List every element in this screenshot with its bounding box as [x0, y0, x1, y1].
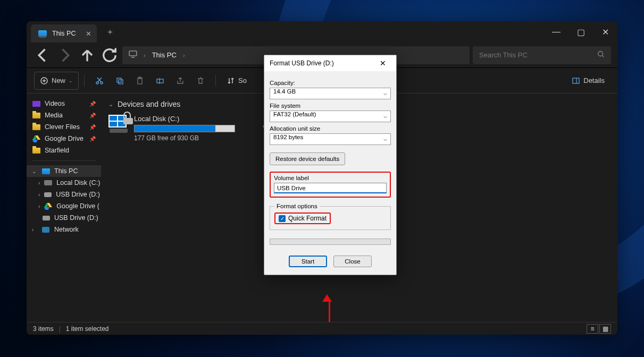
up-button[interactable]: [78, 46, 97, 65]
breadcrumb-label[interactable]: This PC: [152, 51, 177, 59]
filesystem-select[interactable]: FAT32 (Default): [270, 110, 391, 122]
copy-button[interactable]: [110, 72, 129, 90]
quick-format-checkbox[interactable]: ✓: [279, 215, 286, 222]
drive-usage-bar: [134, 125, 235, 132]
close-icon[interactable]: ✕: [375, 59, 391, 67]
expander-icon[interactable]: ›: [32, 227, 37, 233]
view-list-button[interactable]: ≡: [587, 324, 598, 334]
sort-button[interactable]: So: [221, 72, 252, 90]
forward-button[interactable]: [55, 46, 74, 65]
drive-name: Local Disk (C:): [134, 115, 235, 123]
navigation-pane: Videos📌Media📌Clever Files📌Google Drive📌S…: [27, 94, 101, 322]
expander-icon[interactable]: ›: [38, 192, 40, 198]
monitor-icon: [129, 50, 137, 60]
svg-rect-10: [573, 78, 579, 83]
close-window-button[interactable]: ✕: [593, 21, 617, 42]
status-item-count: 3 items: [33, 325, 54, 333]
expander-icon[interactable]: ›: [38, 203, 40, 209]
tree-item-usb-drive-d-[interactable]: ›USB Drive (D:): [27, 189, 101, 200]
tab-title: This PC: [52, 30, 76, 37]
folder-icon: [32, 112, 40, 119]
chevron-right-icon: ›: [144, 52, 146, 58]
usb-icon: [44, 191, 52, 198]
pin-icon: 📌: [89, 113, 96, 118]
start-button[interactable]: Start: [289, 256, 327, 267]
quick-format-highlight: ✓ Quick Format: [274, 212, 331, 224]
gdrive-icon: [32, 135, 40, 142]
vid-icon: [32, 100, 40, 107]
svg-point-3: [96, 82, 98, 84]
new-button[interactable]: New ⌄: [34, 72, 79, 90]
svg-rect-9: [157, 79, 163, 83]
expander-icon[interactable]: ›: [38, 180, 40, 186]
filesystem-label: File system: [270, 103, 391, 109]
rename-button[interactable]: [150, 72, 170, 90]
tree-item-local-disk-c-[interactable]: ›Local Disk (C:): [27, 177, 101, 189]
svg-point-4: [101, 82, 103, 84]
progress-bar: [270, 239, 391, 245]
svg-rect-6: [119, 80, 123, 84]
sidebar-item-google-drive[interactable]: Google Drive📌: [27, 133, 101, 144]
volume-label-input[interactable]: [274, 183, 387, 193]
thispc-icon: [41, 167, 50, 175]
quick-format-label: Quick Format: [288, 215, 327, 222]
status-selected: 1 item selected: [66, 325, 109, 333]
format-dialog: Format USB Drive (D:) ✕ Capacity: 14.4 G…: [264, 55, 397, 275]
drive-icon: [108, 115, 129, 133]
expander-icon[interactable]: ⌄: [32, 168, 37, 174]
paste-button[interactable]: [130, 72, 149, 90]
search-icon: [597, 50, 605, 60]
volume-label-highlight: Volume label: [270, 172, 391, 198]
view-grid-button[interactable]: ▦: [599, 324, 611, 334]
minimize-button[interactable]: —: [544, 21, 568, 42]
gdrive-icon: [44, 202, 52, 210]
tree-item-this-pc[interactable]: ⌄This PC: [27, 165, 101, 177]
sidebar-item-videos[interactable]: Videos📌: [27, 98, 101, 109]
share-button[interactable]: [171, 72, 190, 90]
search-box[interactable]: [473, 46, 611, 64]
maximize-button[interactable]: ▢: [568, 21, 593, 42]
folder-icon: [32, 123, 40, 131]
folder-icon: [32, 147, 40, 154]
dialog-title: Format USB Drive (D:): [270, 60, 334, 67]
cut-button[interactable]: [90, 72, 109, 90]
restore-defaults-button[interactable]: Restore device defaults: [270, 152, 345, 165]
close-tab-icon[interactable]: ✕: [86, 30, 91, 38]
allocation-select[interactable]: 8192 bytes: [270, 133, 391, 145]
volume-label-label: Volume label: [274, 175, 387, 181]
sidebar-item-media[interactable]: Media📌: [27, 109, 101, 121]
svg-rect-0: [129, 51, 137, 56]
chevron-down-icon: ⌄: [108, 101, 113, 108]
tree-item-google-drive-[interactable]: ›Google Drive (: [27, 200, 101, 212]
capacity-select[interactable]: 14.4 GB: [270, 88, 391, 99]
tab-this-pc[interactable]: This PC ✕: [31, 24, 97, 42]
refresh-button[interactable]: [100, 46, 119, 65]
title-bar: This PC ✕ ＋ — ▢ ✕: [27, 21, 617, 42]
close-button[interactable]: Close: [333, 256, 372, 267]
chevron-right-icon: ›: [183, 52, 185, 58]
dialog-title-bar[interactable]: Format USB Drive (D:) ✕: [264, 55, 396, 71]
format-options-group: Format options ✓ Quick Format: [270, 203, 391, 230]
back-button[interactable]: [33, 46, 52, 65]
sidebar-item-clever-files[interactable]: Clever Files📌: [27, 121, 101, 133]
status-bar: 3 items | 1 item selected ≡ ▦: [27, 322, 617, 335]
drive-local-disk-c-[interactable]: Local Disk (C:)177 GB free of 930 GB: [108, 115, 241, 142]
svg-point-1: [598, 52, 603, 56]
drive-free-space: 177 GB free of 930 GB: [134, 134, 235, 142]
svg-rect-5: [117, 78, 121, 82]
net-icon: [41, 226, 50, 233]
new-tab-button[interactable]: ＋: [102, 27, 118, 38]
capacity-label: Capacity:: [270, 80, 391, 86]
tree-item-network[interactable]: ›Network: [27, 224, 101, 235]
usb-icon: [43, 214, 50, 222]
sidebar-item-starfield[interactable]: Starfield: [27, 144, 101, 156]
search-input[interactable]: [479, 51, 597, 59]
thispc-icon: [38, 30, 47, 37]
details-button[interactable]: Details: [566, 72, 610, 90]
delete-button[interactable]: [191, 72, 210, 90]
pin-icon: 📌: [89, 136, 96, 142]
tree-item-usb-drive-d-[interactable]: USB Drive (D:): [27, 212, 101, 224]
annotation-arrow: [327, 294, 332, 322]
pin-icon: 📌: [89, 124, 96, 130]
pin-icon: 📌: [89, 101, 96, 107]
